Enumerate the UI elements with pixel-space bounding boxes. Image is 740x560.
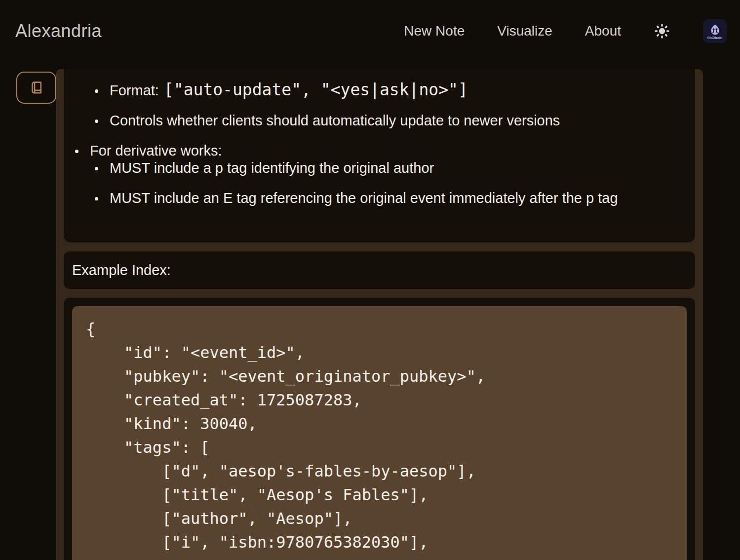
example-code-card: { "id": "<event_id>", "pubkey": "<event_… (64, 298, 695, 560)
top-nav: New Note Visualize About (404, 0, 727, 62)
list-item-controls: Controls whether clients should automati… (64, 112, 695, 129)
list-item-derivative: For derivative works: MUST include a p t… (64, 142, 695, 207)
nav-about[interactable]: About (585, 23, 621, 39)
nav-visualize[interactable]: Visualize (497, 23, 552, 39)
doc-bullet-list: Format:["auto-update", "<yes|ask|no>"] C… (64, 82, 695, 207)
derivative-sublist: MUST include a p tag identifying the ori… (90, 160, 695, 207)
book-icon (28, 80, 45, 96)
doc-bullets-card: Format:["auto-update", "<yes|ask|no>"] C… (64, 69, 695, 242)
list-item-p-tag: MUST include a p tag identifying the ori… (90, 160, 695, 177)
json-code-block: { "id": "<event_id>", "pubkey": "<event_… (72, 306, 687, 560)
sun-icon (654, 23, 670, 39)
gitcitadel-logo[interactable]: GitCitadel (703, 19, 727, 43)
theme-toggle-button[interactable] (654, 23, 670, 40)
format-label: Format: (110, 82, 159, 98)
list-item-e-tag: MUST include an E tag referencing the or… (90, 190, 695, 207)
reader-panel: Format:["auto-update", "<yes|ask|no>"] C… (56, 69, 703, 560)
nav-new-note[interactable]: New Note (404, 23, 465, 39)
derivative-label: For derivative works: (90, 143, 222, 159)
gitcitadel-logo-caption: GitCitadel (707, 36, 723, 40)
toc-book-button[interactable] (16, 72, 56, 104)
list-item-format: Format:["auto-update", "<yes|ask|no>"] (64, 82, 695, 99)
format-code: ["auto-update", "<yes|ask|no>"] (164, 80, 468, 99)
example-index-heading: Example Index: (72, 262, 171, 279)
brand-title: Alexandria (15, 21, 102, 41)
gitcitadel-glyph-icon (708, 23, 722, 37)
json-code-text: { "id": "<event_id>", "pubkey": "<event_… (72, 306, 687, 554)
example-index-card: Example Index: (64, 251, 695, 289)
